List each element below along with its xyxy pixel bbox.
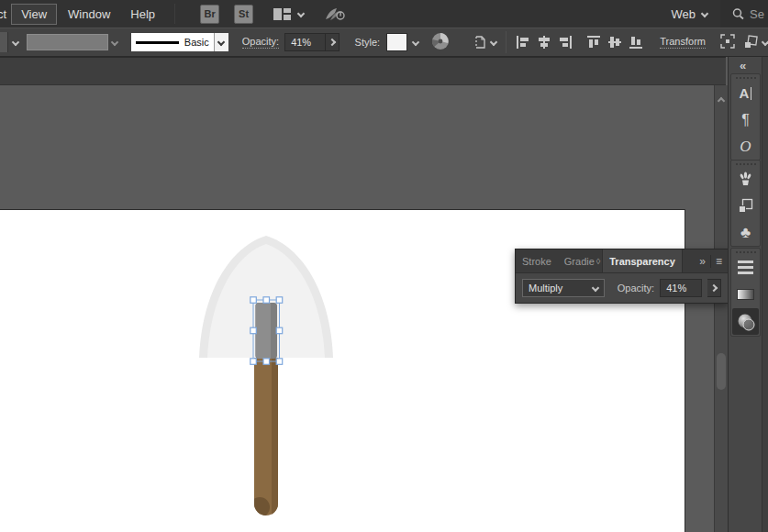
stock-button[interactable]: St: [234, 5, 253, 24]
opacity-input[interactable]: 41%: [284, 33, 326, 51]
tab-clip-glyph: ◊: [595, 249, 602, 272]
shape-modes-chevron-icon: [762, 39, 768, 46]
paragraph-panel-button[interactable]: ¶: [731, 106, 760, 133]
opentype-panel-button[interactable]: O: [731, 133, 760, 160]
workspace-switcher[interactable]: Web: [672, 7, 708, 21]
panel-dock-sidebar: « A ¶ O: [728, 57, 768, 532]
free-transform-button[interactable]: [720, 34, 735, 50]
align-top-button[interactable]: [586, 35, 601, 50]
panel-tab-divider: [710, 255, 711, 268]
tab-bar-spacer: [683, 249, 700, 272]
search-field[interactable]: Se: [720, 0, 768, 28]
collapse-panels-button[interactable]: «: [740, 59, 745, 72]
selection-handle-mid-right[interactable]: [276, 327, 283, 334]
panel-group-objects: ♣: [730, 160, 761, 247]
selection-handle-bottom-center[interactable]: [263, 359, 270, 365]
align-horizontal-center-button[interactable]: [537, 35, 551, 50]
selection-handle-bottom-left[interactable]: [250, 359, 257, 365]
touch-workspace-icon[interactable]: [322, 5, 346, 23]
brush-definition-dropdown[interactable]: Basic: [131, 33, 228, 51]
selection-handle-top-left[interactable]: [250, 297, 257, 304]
selection-handle-top-right[interactable]: [276, 297, 283, 304]
arrange-documents-icon[interactable]: [273, 8, 304, 20]
align-left-button[interactable]: [516, 35, 530, 50]
recolor-artwork-button[interactable]: [431, 32, 450, 52]
search-icon: [731, 7, 745, 21]
character-panel-button[interactable]: A: [731, 80, 760, 106]
fill-chevron-icon[interactable]: [11, 39, 18, 46]
shovel-grip-highlight: [256, 303, 272, 359]
style-label: Style:: [355, 37, 381, 48]
blend-mode-chevron-icon: [592, 284, 599, 292]
document-tab-band[interactable]: [0, 57, 726, 85]
brush-chevron-icon: [217, 39, 225, 46]
scrollbar-thumb[interactable]: [717, 353, 726, 390]
shape-modes-button[interactable]: [744, 35, 768, 50]
opacity-arrow-icon: [328, 39, 336, 46]
menu-view[interactable]: View: [11, 4, 57, 25]
menu-window[interactable]: Window: [58, 4, 120, 25]
menu-help[interactable]: Help: [120, 4, 165, 25]
arrange-pane-small-2: [284, 15, 291, 20]
tab-gradient[interactable]: Gradie: [558, 249, 595, 272]
swatch-chevron-icon[interactable]: [111, 39, 118, 46]
transform-link[interactable]: Transform: [660, 36, 706, 49]
selection-handle-top-center[interactable]: [263, 297, 270, 304]
group-drag-handle-2[interactable]: [736, 163, 756, 165]
stroke-panel-button[interactable]: [731, 254, 760, 281]
bridge-button[interactable]: Br: [200, 5, 219, 24]
panel-menu-button[interactable]: ≡: [716, 255, 722, 268]
character-icon: A: [740, 85, 750, 101]
sidebar-edge: [762, 57, 768, 532]
group-drag-handle-3[interactable]: [736, 251, 756, 253]
arrange-pane-column: [284, 8, 291, 20]
fill-stroke-stub[interactable]: [0, 32, 8, 52]
selection-handle-bottom-right[interactable]: [276, 359, 283, 365]
arrange-chevron-icon: [297, 10, 305, 17]
scroll-up-icon: [718, 97, 725, 105]
align-right-button[interactable]: [558, 35, 573, 50]
group-drag-handle-1[interactable]: [736, 77, 756, 79]
arrange-pane-large: [273, 8, 282, 20]
stroke-lines-icon: [738, 260, 753, 274]
flower-basket-icon: [738, 172, 753, 187]
panel-opacity-arrow-button[interactable]: [707, 279, 721, 297]
transparency-panel-button[interactable]: [732, 308, 759, 335]
panel-group-type: A ¶ O: [730, 73, 761, 161]
illustrator-window: ct View Window Help Br St Web: [0, 0, 768, 532]
brushes-panel-button[interactable]: [731, 166, 760, 193]
style-chevron-icon[interactable]: [412, 39, 419, 46]
club-icon: ♣: [740, 224, 751, 242]
shape-modes-icon: [744, 35, 759, 50]
transparency-panel: Stroke Gradie ◊ Transparency » ≡ Multipl…: [515, 249, 729, 304]
align-bottom-button[interactable]: [629, 35, 643, 50]
opacity-link[interactable]: Opacity:: [242, 36, 279, 49]
brush-definition-arrow[interactable]: [214, 33, 228, 51]
shovel-handle-shade: [272, 358, 278, 515]
symbols-panel-button[interactable]: ♣: [731, 219, 760, 246]
fill-color-swatch[interactable]: [27, 34, 108, 50]
panel-group-appearance: [730, 248, 761, 337]
menu-clipped[interactable]: ct: [0, 4, 10, 25]
artboards-panel-button[interactable]: [731, 193, 760, 219]
document-setup-button[interactable]: [472, 34, 496, 50]
align-group-vertical: [586, 35, 643, 50]
character-caret: [751, 87, 751, 100]
opacity-arrow-button[interactable]: [326, 33, 339, 51]
panel-opacity-input[interactable]: 41%: [660, 279, 702, 297]
panel-collapse-button[interactable]: »: [699, 255, 706, 268]
selection-handle-mid-left[interactable]: [250, 327, 257, 334]
scroll-up-button[interactable]: [718, 92, 724, 108]
panel-tab-bar: Stroke Gradie ◊ Transparency » ≡: [516, 249, 728, 273]
blend-mode-dropdown[interactable]: Multiply: [522, 279, 605, 297]
align-vertical-center-button[interactable]: [607, 35, 622, 50]
tab-stroke[interactable]: Stroke: [516, 249, 558, 272]
vertical-scrollbar[interactable]: [714, 85, 728, 532]
touch-hand-glyph: [322, 5, 346, 23]
stroke-preview-line: [136, 41, 179, 44]
blend-mode-value: Multiply: [529, 283, 562, 294]
brush-definition-face: Basic: [131, 33, 214, 51]
style-swatch[interactable]: [386, 33, 407, 51]
gradient-panel-button[interactable]: [731, 281, 760, 307]
tab-transparency[interactable]: Transparency: [602, 249, 683, 272]
